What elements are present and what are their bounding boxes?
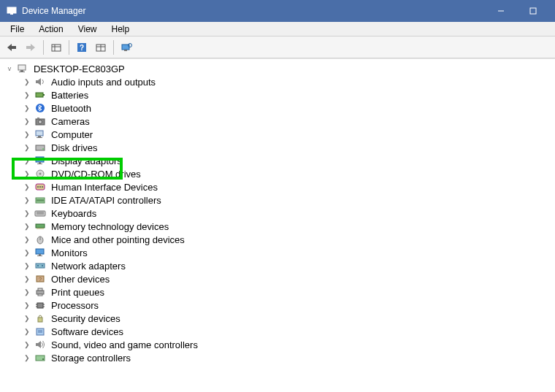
chevron-right-icon[interactable]: ❯ xyxy=(22,326,32,337)
category-keyboard[interactable]: ❯Keyboards xyxy=(4,207,555,220)
svg-text:?: ? xyxy=(80,44,84,52)
menu-view[interactable]: View xyxy=(71,23,104,36)
minimize-button[interactable] xyxy=(485,0,517,22)
toolbar-separator xyxy=(113,40,114,55)
chevron-right-icon[interactable]: ❯ xyxy=(22,195,32,205)
help-button[interactable]: ? xyxy=(73,39,91,56)
hid-icon xyxy=(34,181,47,193)
menu-help[interactable]: Help xyxy=(104,23,137,36)
chevron-right-icon[interactable]: ❯ xyxy=(22,182,32,192)
chevron-right-icon[interactable]: ❯ xyxy=(22,77,32,87)
category-other[interactable]: ❯?Other devices xyxy=(4,272,555,285)
chevron-right-icon[interactable]: ❯ xyxy=(22,313,32,323)
chevron-right-icon[interactable]: ❯ xyxy=(22,90,32,100)
svg-rect-27 xyxy=(38,136,41,137)
printer-icon xyxy=(34,286,47,298)
svg-point-22 xyxy=(36,104,45,112)
chevron-right-icon[interactable]: ❯ xyxy=(22,287,32,297)
svg-rect-45 xyxy=(36,224,45,228)
properties-button[interactable] xyxy=(92,39,110,56)
category-label: Other devices xyxy=(50,274,111,285)
category-label: Security devices xyxy=(50,313,122,324)
menu-action[interactable]: Action xyxy=(31,23,70,36)
chevron-right-icon[interactable]: ❯ xyxy=(22,234,32,245)
category-monitor[interactable]: ❯Display adaptors xyxy=(4,154,555,167)
device-tree[interactable]: vDESKTOP-EC803GP❯Audio inputs and output… xyxy=(0,58,555,392)
category-camera[interactable]: ❯Cameras xyxy=(4,115,555,128)
bluetooth-icon xyxy=(34,102,47,114)
monitor-icon xyxy=(34,155,47,166)
chevron-right-icon[interactable]: ❯ xyxy=(22,116,32,126)
chevron-right-icon[interactable]: ❯ xyxy=(22,274,32,284)
category-memory[interactable]: ❯Memory technology devices xyxy=(4,220,555,233)
chevron-right-icon[interactable]: ❯ xyxy=(22,142,32,153)
category-network[interactable]: ❯Network adapters xyxy=(4,259,555,272)
category-label: Disk drives xyxy=(50,142,99,153)
category-mouse[interactable]: ❯Mice and other pointing devices xyxy=(4,233,555,246)
category-ide[interactable]: ❯IDE ATA/ATAPI controllers xyxy=(4,193,555,207)
category-computer[interactable]: ❯Computer xyxy=(4,128,555,141)
category-cpu[interactable]: ❯Processors xyxy=(4,299,555,312)
chevron-right-icon[interactable]: ❯ xyxy=(22,300,32,310)
category-label: Bluetooth xyxy=(50,103,93,114)
forward-button[interactable] xyxy=(22,39,39,56)
chevron-right-icon[interactable]: ❯ xyxy=(22,221,32,231)
maximize-button[interactable] xyxy=(517,0,549,22)
chevron-right-icon[interactable]: ❯ xyxy=(22,247,32,258)
category-label: Network adapters xyxy=(50,261,127,272)
category-sound[interactable]: ❯Sound, video and game controllers xyxy=(4,338,555,351)
storage-icon xyxy=(34,352,47,364)
category-battery[interactable]: ❯Batteries xyxy=(4,88,555,101)
category-label: Monitors xyxy=(50,247,89,258)
chevron-down-icon[interactable]: v xyxy=(4,64,15,74)
chevron-right-icon[interactable]: ❯ xyxy=(22,155,32,166)
category-label: Cameras xyxy=(50,116,91,127)
chevron-right-icon[interactable]: ❯ xyxy=(22,103,32,113)
tree-root-node[interactable]: vDESKTOP-EC803GP xyxy=(4,62,555,75)
category-label: Human Interface Devices xyxy=(50,182,159,193)
category-storage[interactable]: ❯Storage controllers xyxy=(4,351,555,364)
svg-rect-26 xyxy=(36,131,43,136)
category-bluetooth[interactable]: ❯Bluetooth xyxy=(4,101,555,115)
svg-point-39 xyxy=(42,186,43,188)
svg-rect-61 xyxy=(37,291,44,294)
category-cdrom[interactable]: ❯DVD/CD-ROM drives xyxy=(4,167,555,180)
chevron-right-icon[interactable]: ❯ xyxy=(22,129,32,139)
scan-hardware-button[interactable] xyxy=(118,39,135,56)
toolbar-separator xyxy=(69,40,69,55)
show-hidden-button[interactable] xyxy=(47,39,65,56)
menu-bar: File Action View Help xyxy=(0,22,555,36)
svg-rect-54 xyxy=(39,254,41,255)
category-speaker[interactable]: ❯Audio inputs and outputs xyxy=(4,75,555,88)
category-printer[interactable]: ❯Print queues xyxy=(4,285,555,299)
category-label: Storage controllers xyxy=(50,353,132,364)
menu-file[interactable]: File xyxy=(3,23,31,36)
chevron-right-icon[interactable]: ❯ xyxy=(22,169,32,179)
svg-rect-19 xyxy=(19,72,25,72)
category-hid[interactable]: ❯Human Interface Devices xyxy=(4,180,555,193)
svg-rect-53 xyxy=(36,249,44,254)
root-label: DESKTOP-EC803GP xyxy=(32,64,126,74)
category-disk[interactable]: ❯Disk drives xyxy=(4,141,555,154)
category-software[interactable]: ❯Software devices xyxy=(4,325,555,338)
network-icon xyxy=(34,260,47,272)
chevron-right-icon[interactable]: ❯ xyxy=(22,339,32,350)
svg-rect-41 xyxy=(37,199,44,201)
battery-icon xyxy=(34,89,47,101)
category-label: Mice and other pointing devices xyxy=(50,234,186,245)
svg-rect-56 xyxy=(36,264,45,268)
back-button[interactable] xyxy=(3,39,20,56)
category-security[interactable]: ❯Security devices xyxy=(4,312,555,325)
svg-rect-69 xyxy=(38,318,42,322)
svg-rect-33 xyxy=(37,164,42,164)
chevron-right-icon[interactable]: ❯ xyxy=(22,353,32,363)
chevron-right-icon[interactable]: ❯ xyxy=(22,261,32,271)
category-monitor[interactable]: ❯Monitors xyxy=(4,246,555,259)
svg-rect-4 xyxy=(11,46,16,49)
category-label: Memory technology devices xyxy=(50,221,170,232)
svg-rect-58 xyxy=(42,265,43,266)
chevron-right-icon[interactable]: ❯ xyxy=(22,208,32,218)
svg-text:?: ? xyxy=(39,276,42,283)
toolbar: ? xyxy=(0,36,555,58)
monitor-icon xyxy=(34,247,47,258)
